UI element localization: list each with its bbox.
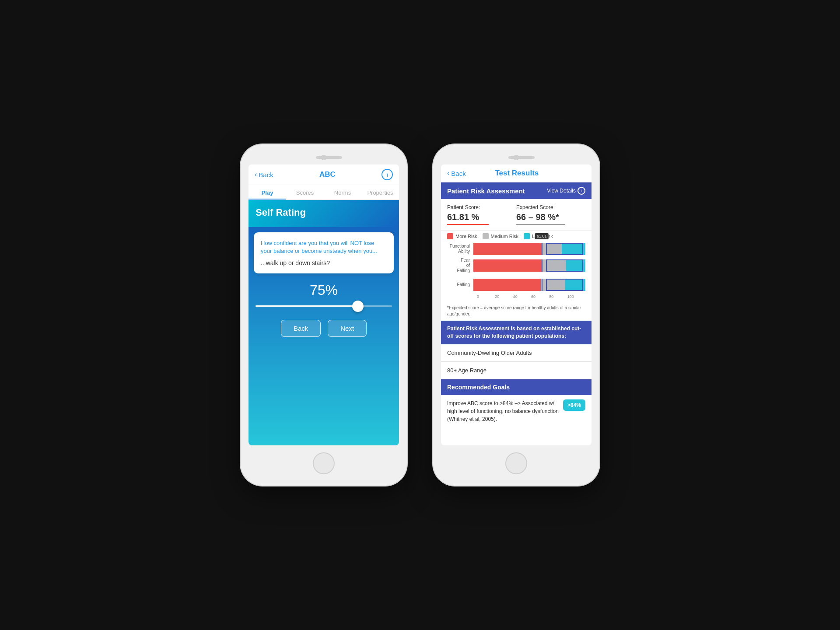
scene: ‹ Back ABC i Play Scores Norms — [223, 127, 617, 503]
back-chevron-left: ‹ — [255, 171, 257, 178]
right-phone: ‹ Back Test Results Patient Risk Assessm… — [433, 144, 599, 486]
back-button-action[interactable]: Back — [281, 320, 321, 337]
goals-section-title: Recommended Goals — [447, 384, 585, 391]
chart-label-falling: Falling — [447, 282, 473, 287]
right-phone-screen: ‹ Back Test Results Patient Risk Assessm… — [441, 164, 592, 445]
self-rating-header: Self Rating — [248, 200, 399, 227]
bar-red-functional — [473, 243, 542, 255]
legend-medium-risk: Medium Risk — [483, 233, 519, 239]
patient-score-label: Patient Score: — [447, 204, 516, 210]
view-details-button[interactable]: View Details + — [547, 187, 585, 195]
legend-dot-teal — [524, 233, 530, 239]
goal-row-0: Improve ABC score to >84% –> Associated … — [441, 395, 592, 427]
score-line-fear — [542, 259, 542, 272]
axis-0: 0 — [477, 294, 495, 299]
nav-bar-left: ‹ Back ABC i — [248, 164, 399, 185]
tab-play[interactable]: Play — [248, 185, 286, 200]
home-button-right[interactable] — [505, 452, 527, 474]
back-button-left[interactable]: ‹ Back — [255, 171, 273, 178]
expected-score-value: 66 – 98 %* — [516, 212, 585, 222]
results-title: Test Results — [495, 169, 539, 178]
chart-footnote: *Expected score = average score range fo… — [441, 303, 592, 321]
axis-20: 20 — [495, 294, 513, 299]
bar-red-falling — [473, 279, 541, 291]
left-phone: ‹ Back ABC i Play Scores Norms — [241, 144, 407, 486]
results-nav: ‹ Back Test Results — [441, 164, 592, 182]
score-marker: 61.81 — [535, 233, 549, 239]
slider-thumb[interactable] — [352, 301, 364, 312]
nav-buttons: Back Next — [281, 320, 367, 337]
bar-red-fear — [473, 259, 542, 272]
view-details-label: View Details — [547, 188, 576, 194]
percentage-display: 75% — [310, 282, 338, 298]
question-sub: ...walk up or down stairs? — [261, 259, 387, 266]
next-button-action[interactable]: Next — [328, 320, 367, 337]
expected-range-functional — [546, 243, 583, 255]
slider-fill — [256, 305, 358, 307]
phone-bottom-right — [505, 445, 527, 478]
self-rating-title: Self Rating — [256, 207, 392, 218]
chart-axis: 0 20 40 60 80 100 — [477, 294, 585, 300]
legend-label-more: More Risk — [455, 234, 477, 239]
patient-score-underline — [447, 224, 489, 225]
question-main: How confident are you that you will NOT … — [261, 239, 387, 255]
legend-dot-red — [447, 233, 453, 239]
expected-score-col: Expected Score: 66 – 98 %* — [516, 204, 585, 225]
tabs-bar-left: Play Scores Norms Properties — [248, 185, 399, 200]
goals-section-header: Recommended Goals — [441, 379, 592, 395]
risk-assessment-section-header: Patient Risk Assessment is based on esta… — [441, 321, 592, 344]
scores-row: Patient Score: 61.81 % Expected Score: 6… — [441, 199, 592, 231]
chart-row-falling: Falling — [447, 279, 585, 291]
info-button-left[interactable]: i — [382, 169, 393, 180]
slider-container[interactable] — [256, 305, 392, 307]
legend-row: More Risk Medium Risk Less Risk — [441, 231, 592, 243]
speaker-left — [316, 156, 342, 159]
legend-more-risk: More Risk — [447, 233, 477, 239]
chart-area: FunctionalAbility 61.81 — [441, 243, 592, 303]
score-line-falling — [542, 279, 542, 291]
score-line-functional — [542, 243, 542, 255]
left-phone-screen: ‹ Back ABC i Play Scores Norms — [248, 164, 399, 445]
chart-label-functional: FunctionalAbility — [447, 244, 473, 254]
phone-top-bar-right — [441, 152, 592, 164]
goal-text-0: Improve ABC score to >84% –> Associated … — [447, 399, 559, 423]
phone-top-bar-left — [248, 152, 399, 164]
home-button-left[interactable] — [313, 452, 335, 474]
risk-header: Patient Risk Assessment View Details + — [441, 182, 592, 199]
chart-label-fear: FearofFalling — [447, 258, 473, 273]
axis-60: 60 — [531, 294, 549, 299]
chart-row-functional: FunctionalAbility 61.81 — [447, 243, 585, 255]
axis-100: 100 — [567, 294, 585, 299]
legend-label-medium: Medium Risk — [491, 234, 519, 239]
patient-score-col: Patient Score: 61.81 % — [447, 204, 516, 225]
expected-score-underline — [516, 224, 565, 225]
results-scroll[interactable]: Patient Risk Assessment View Details + P… — [441, 182, 592, 445]
view-details-icon: + — [578, 187, 585, 195]
back-button-right[interactable]: ‹ Back — [447, 169, 466, 177]
tab-norms[interactable]: Norms — [324, 185, 361, 200]
expected-range-fear — [546, 259, 583, 272]
question-card: How confident are you that you will NOT … — [254, 232, 394, 273]
phone-bottom-left — [313, 445, 335, 478]
nav-title-left: ABC — [319, 170, 336, 179]
tab-scores[interactable]: Scores — [286, 185, 324, 200]
back-label-left: Back — [259, 171, 273, 178]
risk-header-title: Patient Risk Assessment — [447, 187, 525, 195]
chart-row-fear: FearofFalling — [447, 258, 585, 273]
legend-dot-gray — [483, 233, 489, 239]
axis-80: 80 — [549, 294, 567, 299]
speaker-right — [508, 156, 535, 159]
axis-40: 40 — [513, 294, 531, 299]
tab-properties[interactable]: Properties — [361, 185, 399, 200]
goal-badge-0: >84% — [563, 399, 585, 411]
expected-range-falling — [546, 279, 583, 291]
slider-track — [256, 305, 392, 307]
expected-score-label: Expected Score: — [516, 204, 585, 210]
risk-assessment-section-text: Patient Risk Assessment is based on esta… — [447, 325, 585, 340]
back-chevron-right: ‹ — [447, 169, 449, 177]
population-item-1: 80+ Age Range — [441, 362, 592, 379]
patient-score-value: 61.81 % — [447, 212, 516, 222]
population-item-0: Community-Dwelling Older Adults — [441, 344, 592, 362]
back-label-right: Back — [451, 170, 466, 177]
